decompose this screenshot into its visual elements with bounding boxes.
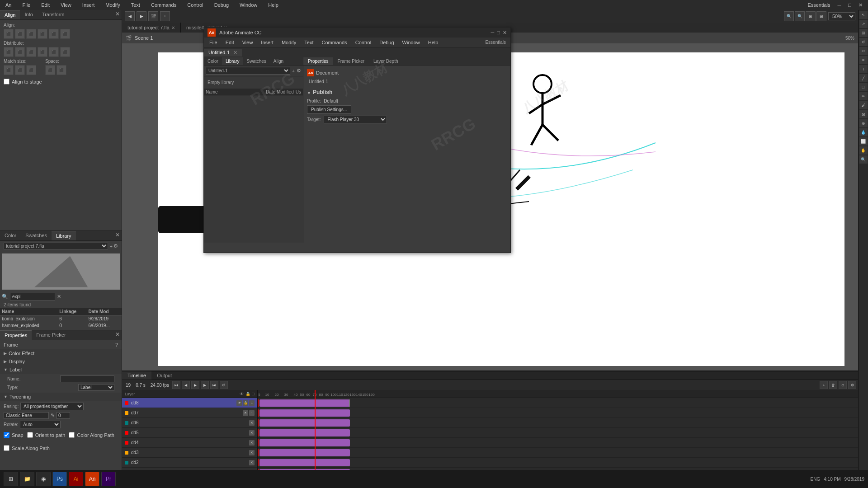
tool-hand[interactable]: ✋ <box>859 146 868 155</box>
tl-prev-frame-btn[interactable]: ◀ <box>182 381 190 389</box>
an-restore-btn[interactable]: □ <box>497 30 500 36</box>
classic-ease-input[interactable] <box>4 412 49 419</box>
lib-search-input[interactable] <box>10 293 55 300</box>
layer-dd8[interactable]: dd8 👁 🔒 □ <box>122 398 257 408</box>
layer-dd6-eye[interactable]: ✕ <box>249 420 255 426</box>
an-menu-commands[interactable]: Commands <box>318 39 350 46</box>
taskbar-chrome-btn[interactable]: ◉ <box>36 472 51 486</box>
panel-close-btn[interactable]: ✕ <box>115 11 120 17</box>
layer-dd3-eye[interactable]: ✕ <box>249 450 255 455</box>
menu-control[interactable]: Control <box>185 1 205 9</box>
align-center-v-btn[interactable]: ⬛ <box>49 29 59 39</box>
an-menu-window[interactable]: Window <box>399 39 424 46</box>
lib-settings-icon[interactable]: ⚙ <box>113 243 118 249</box>
tool-eyedropper[interactable]: 💧 <box>859 128 868 136</box>
tween-block-dd3[interactable] <box>259 449 350 456</box>
tween-block-dd2[interactable] <box>259 459 350 466</box>
easing-select[interactable]: All properties together <box>20 403 84 410</box>
an-doc-tab-0[interactable]: Untitled-1 ✕ <box>204 49 242 56</box>
an-menu-help[interactable]: Help <box>425 39 442 46</box>
tab-info[interactable]: Info <box>20 10 37 19</box>
space-h-btn[interactable]: ⬛ <box>45 65 55 75</box>
taskbar-pp-btn[interactable]: Pr <box>101 472 116 486</box>
tl-new-layer-btn[interactable]: + <box>820 381 828 389</box>
tool-line[interactable]: ╱ <box>859 74 868 82</box>
menu-window[interactable]: Window <box>238 1 259 9</box>
an-minimize-btn[interactable]: ─ <box>491 30 495 36</box>
tween-block-dd6[interactable] <box>259 419 350 427</box>
tool-free-transform[interactable]: ⊞ <box>859 29 868 37</box>
close-btn[interactable]: ✕ <box>857 1 864 9</box>
orient-path-checkbox[interactable] <box>27 432 33 438</box>
new-symbol-icon[interactable]: + <box>110 244 113 249</box>
match-width-btn[interactable]: ⬛ <box>4 65 14 75</box>
tool-text[interactable]: T <box>859 65 868 73</box>
tab-frame-picker[interactable]: Frame Picker <box>32 330 70 340</box>
tl-last-frame-btn[interactable]: ⏭ <box>210 381 218 389</box>
tool-lasso[interactable]: ✂ <box>859 47 868 55</box>
align-to-stage-checkbox[interactable] <box>4 79 9 84</box>
layer-dd6[interactable]: dd6 ✕ <box>122 418 257 428</box>
layer-dd5[interactable]: dd5 ✕ <box>122 428 257 438</box>
doc-tab-close-0[interactable]: ✕ <box>171 25 175 30</box>
props-panel-close[interactable]: ✕ <box>115 331 120 338</box>
tool-rect[interactable]: □ <box>859 83 868 91</box>
taskbar-explorer-btn[interactable]: 📁 <box>20 472 34 486</box>
classic-ease-icon[interactable]: ✎ <box>51 413 55 418</box>
tool-select[interactable]: ↖ <box>859 11 868 19</box>
tl-onion-skin-btn[interactable]: ⊙ <box>839 381 847 389</box>
an-tab-color[interactable]: Color <box>204 57 222 65</box>
lib-item-1[interactable]: hammer_exploded 0 6/6/2019... <box>0 322 122 329</box>
dist-center-v-btn[interactable]: ⬛ <box>49 47 59 57</box>
layer-dd2-eye[interactable]: ✕ <box>249 460 255 465</box>
tab-library[interactable]: Library <box>52 231 76 240</box>
layer-dd3[interactable]: dd3 ✕ <box>122 448 257 458</box>
library-project-selector[interactable]: tutorial project 7.fla <box>4 243 108 249</box>
tl-first-frame-btn[interactable]: ⏮ <box>172 381 180 389</box>
dist-center-h-btn[interactable]: ⬛ <box>15 47 25 57</box>
an-menu-debug[interactable]: Debug <box>376 39 397 46</box>
layer-dd8-outline[interactable]: □ <box>249 400 255 406</box>
taskbar-ps-btn[interactable]: Ps <box>52 472 67 486</box>
match-height-btn[interactable]: ⬛ <box>15 65 25 75</box>
tween-block-dd8[interactable] <box>259 399 350 407</box>
playhead[interactable] <box>315 390 316 483</box>
an-publish-settings-btn[interactable]: Publish Settings... <box>307 105 351 114</box>
taskbar-ai-btn[interactable]: Ai <box>69 472 83 486</box>
restore-btn[interactable]: □ <box>846 1 853 9</box>
tl-tab-output[interactable]: Output <box>151 371 177 380</box>
tl-play-btn[interactable]: ▶ <box>191 381 199 389</box>
an-menu-modify[interactable]: Modify <box>278 39 300 46</box>
an-target-select[interactable]: Flash Player 30 <box>324 116 387 123</box>
layer-dd5-eye[interactable]: ✕ <box>249 430 255 436</box>
align-right-btn[interactable]: ⬛ <box>26 29 36 39</box>
color-along-path-checkbox[interactable] <box>69 432 75 438</box>
tool-subselect[interactable]: ↗ <box>859 20 868 28</box>
tween-block-dd5[interactable] <box>259 429 350 436</box>
align-bottom-btn[interactable]: ⬛ <box>60 29 70 39</box>
an-menu-control[interactable]: Control <box>352 39 375 46</box>
doc-tab-0[interactable]: tutorial project 7.fla ✕ <box>122 23 181 33</box>
tween-block-dd7[interactable] <box>259 409 350 417</box>
tool-brush[interactable]: 🖌 <box>859 101 868 109</box>
tl-next-frame-btn[interactable]: ▶ <box>201 381 209 389</box>
layer-dd8-lock[interactable]: 🔒 <box>243 400 248 406</box>
tween-block-dd4[interactable] <box>259 439 350 446</box>
tab-properties[interactable]: Properties <box>0 330 32 340</box>
label-type-select[interactable]: Label <box>78 384 114 391</box>
menu-insert[interactable]: Insert <box>80 1 97 9</box>
zoom-selector[interactable]: 50% <box>828 12 855 20</box>
dist-right-btn[interactable]: ⬛ <box>26 47 36 57</box>
props-help-icon[interactable]: ? <box>115 342 118 347</box>
an-lib-project-select[interactable]: Untitled-1 <box>206 67 290 75</box>
tool-pen[interactable]: ✒ <box>859 56 868 64</box>
menu-view[interactable]: View <box>59 1 73 9</box>
dist-left-btn[interactable]: ⬛ <box>4 47 14 57</box>
layer-dd7-lock[interactable]: · <box>249 410 255 416</box>
menu-edit[interactable]: Edit <box>39 1 52 9</box>
back-btn[interactable]: ◀ <box>125 11 135 21</box>
tweening-header[interactable]: ▼ Tweening <box>0 393 122 401</box>
tab-swatches[interactable]: Swatches <box>21 231 52 240</box>
an-doc-tab-close-0[interactable]: ✕ <box>233 50 237 56</box>
tab-transform[interactable]: Transform <box>38 10 69 19</box>
